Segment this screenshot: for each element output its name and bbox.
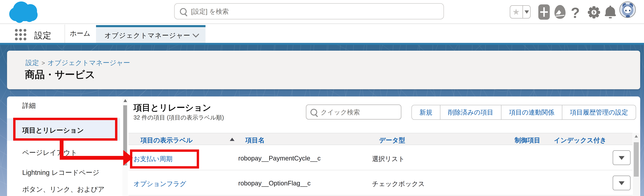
favorites-button[interactable]: ★	[510, 5, 530, 19]
quick-find-search-icon	[310, 109, 317, 116]
field-api-name: robopay__PaymentCycle__c	[238, 155, 321, 162]
column-controlling-field[interactable]: 制御項目	[514, 136, 540, 145]
tab-object-manager[interactable]: オブジェクトマネージャー	[96, 25, 206, 43]
star-icon: ★	[512, 7, 520, 17]
annotation-arrow-horizontal	[60, 156, 124, 160]
field-dependencies-button[interactable]: 項目の連動関係	[501, 105, 562, 119]
deleted-fields-button[interactable]: 削除済みの項目	[440, 105, 501, 119]
page-title: 商品・サービス	[25, 68, 95, 81]
column-field-name[interactable]: 項目名	[245, 136, 265, 145]
global-search-input[interactable]	[191, 4, 433, 19]
row-divider	[128, 195, 632, 195]
search-icon	[180, 8, 186, 15]
setup-gear-icon[interactable]	[588, 6, 600, 19]
field-api-name: robopay__OptionFlag__c	[238, 179, 310, 187]
breadcrumb: 設定>オブジェクトマネージャー	[26, 58, 130, 67]
salesforce-setup-page: ★ ? 設定	[0, 0, 644, 196]
nav-divider	[64, 25, 65, 43]
section-subtitle: 32 件の項目 (項目の表示ラベル順)	[134, 114, 224, 122]
dropdown-arrow-icon	[619, 181, 624, 185]
section-heading: 項目とリレーション	[134, 102, 211, 114]
notifications-bell-icon[interactable]	[605, 5, 615, 19]
help-icon[interactable]: ?	[571, 5, 580, 21]
sidebar-item-buttons-links-actions[interactable]: ボタン、リンク、およびア	[22, 185, 113, 194]
row-actions-dropdown-button[interactable]	[613, 176, 630, 190]
row-divider	[128, 170, 632, 170]
sort-ascending-icon[interactable]	[230, 138, 234, 141]
quick-find[interactable]	[306, 105, 401, 120]
app-launcher-icon[interactable]	[15, 29, 27, 41]
tab-home[interactable]: ホーム	[66, 24, 94, 43]
sidebar-item-buttons-links-actions-line2[interactable]: クション	[22, 195, 113, 196]
favorites-dropdown-icon[interactable]	[524, 11, 529, 14]
quick-find-input[interactable]	[320, 105, 400, 119]
field-data-type: 選択リスト	[372, 155, 405, 163]
quick-create-button[interactable]	[538, 5, 550, 20]
column-data-type[interactable]: データ型	[379, 136, 405, 145]
table-header-row: 項目の表示ラベル 項目名 データ型 制御項目 インデックス付き	[128, 133, 632, 145]
sidebar-scrollbar-up-icon[interactable]	[124, 99, 127, 102]
sidebar-item-details[interactable]: 詳細	[22, 101, 113, 110]
global-search[interactable]	[174, 3, 444, 19]
annotation-box-fields-relationships	[13, 118, 118, 141]
field-label-link-option-flag[interactable]: オプションフラグ	[134, 179, 186, 188]
set-history-tracking-button[interactable]: 項目履歴管理の設定	[562, 105, 636, 119]
chevron-down-icon[interactable]	[192, 31, 199, 37]
user-avatar[interactable]	[620, 2, 636, 18]
header-band-top-strip	[0, 43, 644, 45]
app-name-label: 設定	[34, 30, 51, 41]
setup-nav-bar: 設定 ホーム オブジェクトマネージャー	[0, 24, 644, 43]
row-actions-dropdown-button[interactable]	[613, 150, 630, 165]
table-scrollbar-up-icon[interactable]	[635, 135, 638, 138]
breadcrumb-object-manager-link[interactable]: オブジェクトマネージャー	[48, 59, 130, 66]
breadcrumb-separator: >	[39, 60, 48, 66]
object-manager-panel: 詳細 項目とリレーション ページレイアウト Lightning レコードページ …	[7, 96, 640, 196]
table-scrollbar-thumb[interactable]	[634, 142, 639, 177]
global-header: ★ ?	[0, 0, 644, 24]
dropdown-arrow-icon	[619, 156, 624, 160]
field-data-type: チェックボックス	[372, 179, 425, 188]
tab-object-manager-label: オブジェクトマネージャー	[104, 31, 190, 40]
column-field-label[interactable]: 項目の表示ラベル	[140, 136, 192, 145]
trailhead-icon[interactable]	[554, 5, 566, 19]
annotation-box-payment-cycle	[130, 149, 199, 168]
column-indexed[interactable]: インデックス付き	[554, 136, 606, 145]
breadcrumb-setup-link[interactable]: 設定	[26, 59, 39, 66]
sidebar-item-lightning-record-pages[interactable]: Lightning レコードページ	[22, 168, 113, 177]
page-header-card: 設定>オブジェクトマネージャー 商品・サービス	[7, 51, 640, 89]
action-button-group: 新規 削除済みの項目 項目の連動関係 項目履歴管理の設定	[412, 105, 636, 120]
new-button[interactable]: 新規	[412, 105, 440, 119]
salesforce-logo	[9, 2, 38, 22]
